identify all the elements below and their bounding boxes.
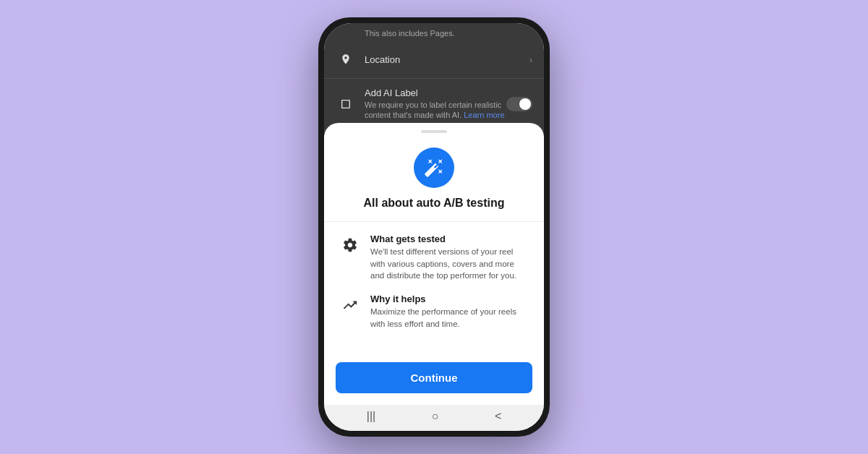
location-chevron: ›	[529, 54, 532, 65]
settings-item-location[interactable]: Location ›	[324, 40, 544, 79]
ai-label-toggle[interactable]	[506, 97, 532, 111]
nav-bar: ||| ○ <	[324, 405, 544, 431]
also-includes-text: This also includes Pages.	[324, 23, 544, 40]
sheet-title: All about auto A/B testing	[364, 197, 505, 210]
why-it-helps-icon	[339, 294, 362, 317]
learn-more-link[interactable]: Learn more	[464, 111, 504, 119]
phone-screen: This also includes Pages. Location ›	[324, 23, 544, 431]
info-item-what-gets-tested: What gets tested We'll test different ve…	[339, 234, 529, 282]
what-gets-tested-text: What gets tested We'll test different ve…	[370, 234, 529, 282]
magic-icon-circle	[414, 147, 454, 188]
why-it-helps-text: Why it helps Maximize the performance of…	[370, 294, 529, 330]
sheet-header: All about auto A/B testing	[324, 139, 544, 221]
why-it-helps-desc: Maximize the performance of your reels w…	[370, 306, 529, 330]
sheet-content: What gets tested We'll test different ve…	[324, 222, 544, 359]
nav-menu-icon[interactable]: |||	[367, 410, 375, 423]
phone-frame: This also includes Pages. Location ›	[318, 17, 550, 437]
sheet-handle	[421, 130, 447, 133]
settings-item-add-ai-label[interactable]: Add AI Label We require you to label cer…	[324, 79, 544, 130]
info-item-why-it-helps: Why it helps Maximize the performance of…	[339, 294, 529, 330]
what-gets-tested-desc: We'll test different versions of your re…	[370, 246, 529, 282]
ai-label-icon	[336, 94, 356, 114]
magic-wand-icon	[424, 158, 444, 178]
settings-area: This also includes Pages. Location ›	[324, 23, 544, 405]
why-it-helps-title: Why it helps	[370, 294, 529, 304]
what-gets-tested-icon	[339, 234, 362, 257]
what-gets-tested-title: What gets tested	[370, 234, 529, 244]
nav-back-icon[interactable]: <	[495, 410, 501, 423]
ai-label-content: Add AI Label We require you to label cer…	[365, 87, 506, 121]
location-icon	[336, 49, 356, 69]
bottom-sheet: All about auto A/B testing What gets tes…	[324, 123, 544, 405]
nav-home-icon[interactable]: ○	[432, 410, 439, 423]
ai-label-title: Add AI Label	[365, 87, 506, 98]
ai-label-subtitle: We require you to label certain realisti…	[365, 100, 506, 121]
location-title: Location	[365, 54, 529, 65]
continue-button[interactable]: Continue	[336, 362, 532, 393]
location-content: Location	[365, 54, 529, 65]
